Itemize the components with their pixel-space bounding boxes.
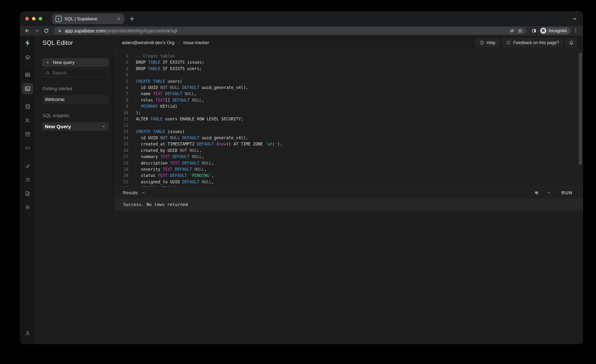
back-icon[interactable] — [23, 27, 31, 35]
feedback-button[interactable]: Feedback on this page? — [502, 38, 563, 47]
editor-scrollbar[interactable] — [579, 53, 582, 164]
eye-slash-icon[interactable] — [509, 28, 515, 34]
address-bar[interactable]: app.supabase.com/project/azahtnhqohyjerz… — [54, 27, 526, 35]
maximize-window-button[interactable] — [39, 17, 42, 21]
code-line[interactable]: 16 created_by UUID NOT NULL, — [116, 147, 583, 154]
code-line[interactable]: 3DROP TABLE IF EXISTS users; — [116, 66, 583, 72]
rail-items — [22, 50, 33, 214]
search-input[interactable] — [52, 70, 111, 75]
minimize-window-button[interactable] — [32, 17, 36, 21]
account-icon[interactable] — [22, 326, 33, 340]
indent-guide — [136, 141, 136, 147]
sidebar-item-welcome[interactable]: Welcome — [42, 95, 109, 104]
notifications-button[interactable] — [566, 38, 577, 47]
results-toolbar: Results RUN — [116, 187, 583, 199]
home-icon[interactable] — [22, 50, 33, 64]
code-text: PRIMARY KEY(id), — [136, 185, 180, 187]
kebab-menu-icon[interactable] — [571, 27, 580, 35]
line-number: 1 — [116, 53, 128, 59]
code-line[interactable]: 12 — [116, 122, 583, 128]
api-docs-icon[interactable] — [22, 187, 33, 201]
page-title: SQL Editor — [42, 39, 73, 46]
code-line[interactable]: 11ALTER TABLE users ENABLE ROW LEVEL SEC… — [116, 116, 583, 122]
tab-search-chevron-icon[interactable] — [572, 16, 578, 22]
code-line[interactable]: 7 name TEXT DEFAULT NULL, — [116, 91, 583, 97]
code-line[interactable]: 6 id UUID NOT NULL DEFAULT uuid_generate… — [116, 84, 583, 91]
line-number: 22 — [116, 185, 128, 187]
code-text: created_at TIMESTAMPTZ DEFAULT (now() AT… — [136, 141, 282, 147]
url-path: /project/azahtnhqohyjerzaxtmk/sql — [105, 28, 177, 33]
code-line[interactable]: 15 created_at TIMESTAMPTZ DEFAULT (now()… — [116, 141, 583, 147]
code-line[interactable]: 21 assigned_to UUID DEFAULT NULL, — [116, 179, 583, 185]
browser-tab[interactable]: SQL | Supabase — [52, 14, 124, 24]
help-button[interactable]: Help — [475, 38, 499, 47]
code-line[interactable]: 5CREATE TABLE users( — [116, 78, 583, 84]
rail-divider — [24, 97, 31, 98]
logs-icon[interactable] — [22, 173, 33, 187]
line-number: 3 — [116, 66, 128, 72]
tab-title: SQL | Supabase — [64, 16, 114, 22]
auth-icon[interactable] — [22, 113, 33, 127]
storage-icon[interactable] — [22, 127, 33, 141]
close-icon[interactable] — [117, 17, 121, 21]
code-text: summary TEXT DEFAULT NULL, — [136, 154, 204, 160]
code-line[interactable]: 8 roles TEXT[] DEFAULT NULL, — [116, 97, 583, 103]
chevron-down-icon[interactable] — [101, 124, 106, 129]
help-label: Help — [487, 40, 495, 45]
code-line[interactable]: 20 status TEXT DEFAULT 'PENDING', — [116, 172, 583, 178]
breadcrumb-org[interactable]: adam@windmill.dev's Org — [122, 40, 174, 45]
line-number: 11 — [116, 116, 128, 122]
code-line[interactable]: 14 id UUID NOT NULL DEFAULT uuid_generat… — [116, 135, 583, 141]
line-number: 20 — [116, 172, 128, 178]
indent-guide — [136, 172, 136, 178]
rail-divider — [24, 157, 31, 157]
new-query-button[interactable]: New query — [42, 58, 109, 67]
line-number: 15 — [116, 141, 128, 147]
code-line[interactable]: 22 PRIMARY KEY(id), — [116, 185, 583, 187]
code-text: id UUID NOT NULL DEFAULT uuid_generate_v… — [136, 84, 248, 91]
heart-icon[interactable] — [534, 190, 539, 195]
code-line[interactable]: 9 PRIMARY KEY(id) — [116, 103, 583, 109]
code-line[interactable]: 19 severity TEXT DEFAULT NULL, — [116, 166, 583, 172]
incognito-badge[interactable]: Incognito — [539, 27, 571, 35]
code-line[interactable]: 10); — [116, 110, 583, 116]
star-icon[interactable] — [517, 28, 523, 34]
forward-icon[interactable] — [32, 27, 41, 35]
code-text: description TEXT DEFAULT NULL, — [136, 160, 214, 166]
code-line[interactable]: 13CREATE TABLE issues( — [116, 128, 583, 135]
new-tab-button[interactable] — [129, 16, 135, 22]
search-box[interactable] — [42, 69, 109, 77]
sql-code-editor[interactable]: 1-- Create tables2DROP TABLE IF EXISTS i… — [116, 50, 583, 187]
reload-icon[interactable] — [42, 27, 51, 35]
code-text: -- Create tables — [136, 53, 175, 59]
code-line[interactable]: 4 — [116, 72, 583, 78]
feedback-label: Feedback on this page? — [513, 40, 559, 45]
breadcrumb-project[interactable]: issue-tracker — [183, 40, 209, 45]
results-dropdown[interactable]: Results — [123, 190, 146, 195]
supabase-logo[interactable] — [24, 36, 31, 50]
results-message: Success. No rows returned — [116, 199, 583, 210]
window-controls — [25, 17, 42, 21]
code-lines: 1-- Create tables2DROP TABLE IF EXISTS i… — [116, 53, 583, 187]
run-options-chevron-icon[interactable] — [546, 190, 551, 195]
breadcrumb: adam@windmill.dev's Org / issue-tracker — [122, 40, 209, 45]
settings-icon[interactable] — [22, 201, 33, 214]
url-text[interactable]: app.supabase.com/project/azahtnhqohyjerz… — [65, 28, 507, 34]
code-line[interactable]: 17 summary TEXT DEFAULT NULL, — [116, 154, 583, 160]
side-panel-icon[interactable] — [530, 27, 538, 35]
reports-icon[interactable] — [22, 159, 33, 173]
code-line[interactable]: 2DROP TABLE IF EXISTS issues; — [116, 59, 583, 65]
code-text: DROP TABLE IF EXISTS issues; — [136, 59, 204, 65]
close-window-button[interactable] — [25, 17, 29, 21]
database-icon[interactable] — [22, 100, 33, 113]
code-line[interactable]: 18 description TEXT DEFAULT NULL, — [116, 160, 583, 166]
new-query-label: New query — [53, 60, 74, 65]
code-text: assigned_to UUID DEFAULT NULL, — [136, 179, 214, 185]
browser-window: SQL | Supabase app.supabase.com/project/… — [20, 11, 583, 344]
run-button[interactable]: RUN — [558, 188, 576, 197]
table-editor-icon[interactable] — [22, 68, 33, 82]
edge-functions-icon[interactable] — [22, 141, 33, 155]
sidebar-item-new-query[interactable]: New Query — [42, 122, 109, 131]
code-line[interactable]: 1-- Create tables — [116, 53, 583, 59]
sql-editor-icon[interactable] — [22, 82, 33, 96]
